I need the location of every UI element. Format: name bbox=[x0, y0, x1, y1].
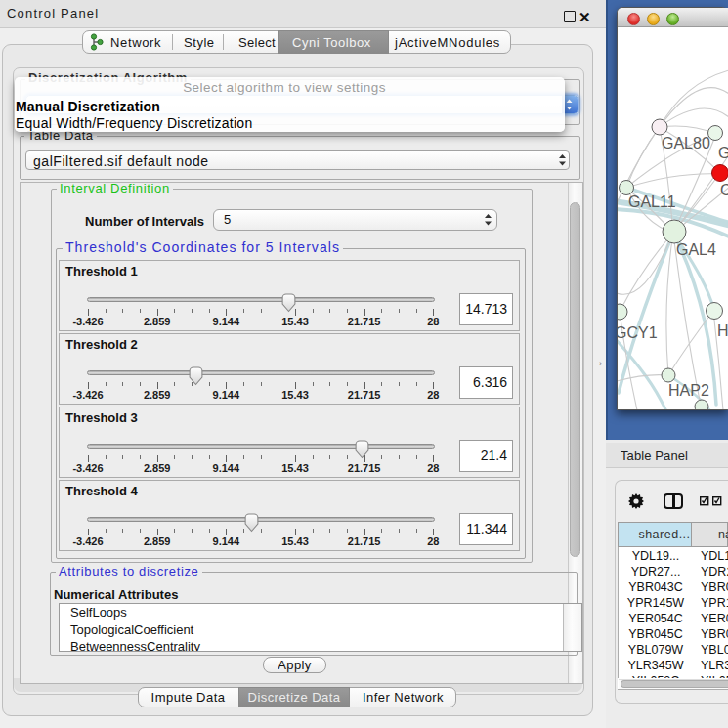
svg-text:GAL80: GAL80 bbox=[662, 135, 710, 151]
svg-text:H: H bbox=[717, 322, 728, 339]
svg-text:GCY1: GCY1 bbox=[618, 324, 658, 341]
svg-text:C: C bbox=[720, 182, 728, 198]
svg-text:HAP2: HAP2 bbox=[668, 382, 709, 399]
svg-text:GAL4: GAL4 bbox=[676, 241, 716, 258]
svg-text:G.: G. bbox=[718, 145, 728, 161]
svg-text:GAL11: GAL11 bbox=[628, 193, 676, 210]
